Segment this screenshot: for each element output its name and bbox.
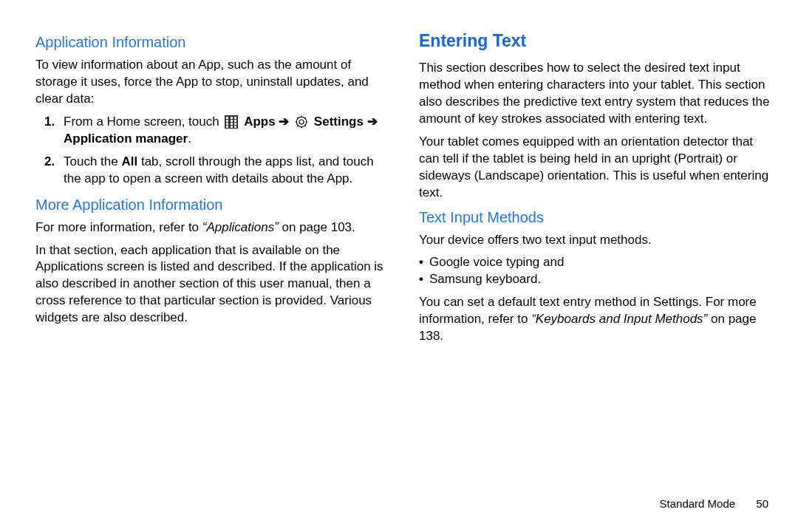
- paragraph: To view information about an App, such a…: [35, 57, 389, 108]
- list-item: Samsung keyboard.: [419, 271, 773, 288]
- bullet-list: Google voice typing and Samsung keyboard…: [419, 254, 773, 288]
- app-manager-label: Application manager: [64, 132, 188, 146]
- cross-reference: “Applications”: [202, 220, 279, 234]
- step-number: 2.: [44, 154, 64, 188]
- arrow-icon: ➔: [279, 115, 293, 129]
- arrow-icon: ➔: [367, 115, 378, 129]
- paragraph: Your tablet comes equipped with an orien…: [419, 134, 773, 202]
- apps-icon: [225, 115, 238, 129]
- footer-section: Standard Mode: [660, 497, 736, 510]
- cross-reference: “Keyboards and Input Methods”: [531, 312, 707, 326]
- left-column: Application Information To view informat…: [35, 30, 389, 351]
- step-text: From a Home screen, touch Apps ➔ Setting…: [64, 114, 389, 148]
- gear-icon: [295, 115, 308, 129]
- right-column: Entering Text This section describes how…: [419, 30, 773, 351]
- svg-point-1: [299, 120, 304, 124]
- heading-application-information: Application Information: [35, 33, 389, 52]
- heading-text-input-methods: Text Input Methods: [419, 208, 773, 228]
- paragraph: This section describes how to select the…: [419, 60, 773, 128]
- page-content: Application Information To view informat…: [0, 0, 798, 351]
- list-item: 2. Touch the All tab, scroll through the…: [44, 154, 389, 188]
- step-number: 1.: [44, 114, 64, 148]
- page-footer: Standard Mode 50: [660, 497, 768, 511]
- paragraph: In that section, each application that i…: [35, 242, 389, 327]
- list-item: 1. From a Home screen, touch Apps ➔ Sett…: [44, 114, 389, 148]
- footer-page-number: 50: [756, 497, 768, 510]
- paragraph: Your device offers two text input method…: [419, 232, 773, 249]
- paragraph: You can set a default text entry method …: [419, 294, 773, 345]
- apps-label: Apps: [244, 115, 276, 129]
- settings-label: Settings: [314, 115, 364, 129]
- list-item: Google voice typing and: [419, 254, 773, 271]
- step-text: Touch the All tab, scroll through the ap…: [64, 154, 389, 188]
- ordered-steps: 1. From a Home screen, touch Apps ➔ Sett…: [44, 114, 389, 188]
- heading-entering-text: Entering Text: [419, 30, 773, 52]
- all-tab-label: All: [121, 154, 137, 168]
- heading-more-app-info: More Application Information: [35, 195, 389, 215]
- paragraph: For more information, refer to “Applicat…: [35, 219, 389, 236]
